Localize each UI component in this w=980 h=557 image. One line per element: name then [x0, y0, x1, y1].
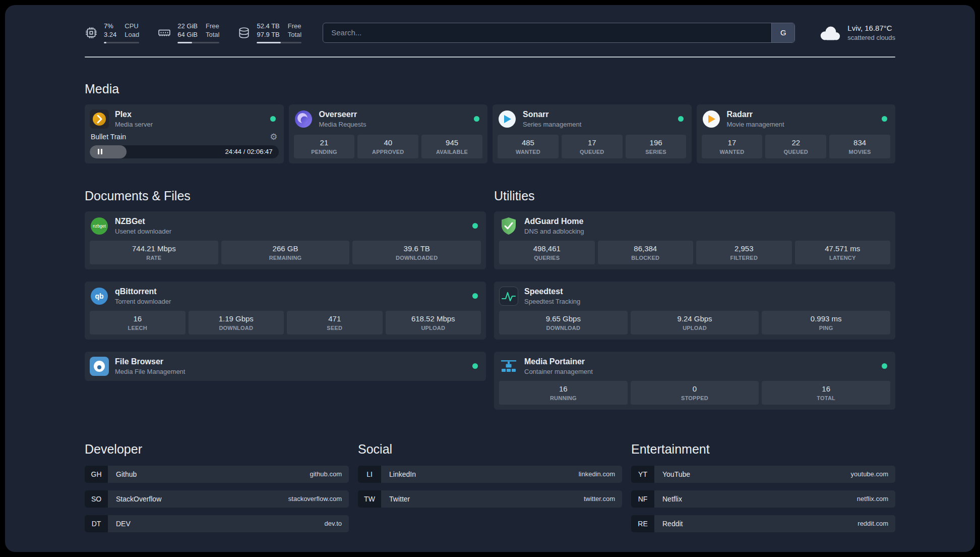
ram-icon: [157, 26, 171, 39]
service-card-plex[interactable]: Plex Media server Bullet Train ⚙ 24:44 /…: [85, 104, 284, 163]
portainer-title: Media Portainer: [524, 357, 876, 366]
section-title-documents: Documents & Files: [85, 189, 486, 203]
qbittorrent-title: qBittorrent: [115, 287, 466, 296]
radarr-title: Radarr: [727, 110, 876, 119]
overseerr-icon: [294, 109, 313, 129]
service-card-nzbget[interactable]: nzbget NZBGet Usenet downloader 74: [85, 211, 486, 269]
stat-box: 40 APPROVED: [357, 135, 418, 158]
utilities-section: Utilities AdGuard Home: [494, 164, 895, 410]
pause-icon[interactable]: [97, 149, 103, 154]
stat-box: 834 MOVIES: [829, 135, 890, 158]
cpu-chip-icon: [85, 26, 98, 39]
weather-widget[interactable]: Lviv, 16.87°C scattered clouds: [818, 24, 895, 41]
qbittorrent-subtitle: Torrent downloader: [115, 298, 466, 305]
search-input[interactable]: [323, 23, 771, 42]
stat-box: 498,461 QUERIES: [499, 241, 595, 264]
search-provider-button[interactable]: G: [771, 23, 794, 42]
cpu-label: CPU: [125, 22, 139, 31]
speedtest-title: Speedtest: [524, 287, 890, 296]
filebrowser-subtitle: Media File Management: [115, 368, 466, 375]
media-section: Plex Media server Bullet Train ⚙ 24:44 /…: [85, 104, 895, 163]
overseerr-status-dot: [474, 116, 479, 122]
sonarr-subtitle: Series management: [523, 121, 672, 128]
bookmark-url: netflix.com: [857, 495, 888, 503]
service-card-qbittorrent[interactable]: qb qBittorrent Torrent downloader: [85, 282, 486, 340]
portainer-subtitle: Container management: [524, 368, 876, 375]
sonarr-status-dot: [678, 116, 684, 122]
bookmark-youtube[interactable]: YT YouTube youtube.com: [631, 466, 895, 483]
stat-box: 16 TOTAL: [762, 381, 890, 405]
bookmark-stackoverflow[interactable]: SO StackOverflow stackoverflow.com: [85, 490, 349, 508]
resources-widget: 7% 3.24 CPU Load: [85, 22, 301, 43]
stat-box: 9.24 Gbps UPLOAD: [631, 311, 759, 335]
plex-status-dot: [270, 116, 276, 122]
service-card-adguard[interactable]: AdGuard Home DNS and adblocking 498,461 …: [494, 211, 895, 269]
service-card-overseerr[interactable]: Overseerr Media Requests 21 PENDING 40 A…: [289, 104, 488, 163]
stat-box: 21 PENDING: [294, 135, 355, 158]
disk-total-value: 97.9 TB: [257, 31, 279, 39]
service-card-speedtest[interactable]: Speedtest Speedtest Tracking 9.65 Gbps D…: [494, 282, 895, 340]
ram-free-label: Free: [206, 22, 219, 31]
bookmark-abbr: LI: [358, 466, 381, 483]
bookmark-github[interactable]: GH Github github.com: [85, 466, 349, 483]
stat-box: 0 STOPPED: [631, 381, 759, 405]
bookmarks-entertainment: Entertainment YT YouTube youtube.com NF …: [631, 442, 895, 540]
filebrowser-status-dot: [472, 363, 478, 369]
cloud-icon: [818, 25, 841, 41]
bookmarks-social: Social LI LinkedIn linkedin.com TW Twitt…: [358, 442, 622, 540]
disk-free-label: Free: [288, 22, 301, 31]
plex-progress-fill: [90, 145, 127, 158]
disk-total-label: Total: [288, 31, 301, 39]
bookmark-name: Twitter: [389, 495, 410, 503]
bookmark-url: reddit.com: [858, 520, 888, 527]
bookmark-dev[interactable]: DT DEV dev.to: [85, 515, 349, 532]
svg-text:qb: qb: [95, 292, 103, 300]
cpu-load-value: 3.24: [104, 31, 116, 39]
stat-box: 86,384 BLOCKED: [598, 241, 694, 264]
stat-box: 618.52 Mbps UPLOAD: [386, 311, 481, 335]
adguard-icon: [499, 216, 518, 236]
section-title-entertainment: Entertainment: [631, 442, 895, 457]
bookmark-name: YouTube: [662, 470, 690, 478]
service-card-portainer[interactable]: Media Portainer Container management 16 …: [494, 352, 895, 410]
stat-box: 2,953 FILTERED: [696, 241, 792, 264]
bookmark-abbr: SO: [85, 490, 108, 508]
service-card-filebrowser[interactable]: File Browser Media File Management: [85, 352, 486, 381]
bookmark-url: github.com: [310, 470, 342, 478]
bookmark-linkedin[interactable]: LI LinkedIn linkedin.com: [358, 466, 622, 483]
qbittorrent-icon: qb: [90, 287, 109, 306]
bookmark-netflix[interactable]: NF Netflix netflix.com: [631, 490, 895, 508]
bookmark-twitter[interactable]: TW Twitter twitter.com: [358, 490, 622, 508]
plex-subtitle: Media server: [115, 121, 264, 128]
stat-box: 485 WANTED: [498, 135, 559, 158]
filebrowser-title: File Browser: [115, 357, 466, 366]
bookmark-name: StackOverflow: [116, 495, 161, 503]
plex-player-bar[interactable]: 24:44 / 02:06:47: [90, 145, 279, 158]
bookmark-abbr: TW: [358, 490, 381, 508]
stat-box: 945 AVAILABLE: [421, 135, 482, 158]
bookmark-reddit[interactable]: RE Reddit reddit.com: [631, 515, 895, 532]
ram-total-label: Total: [206, 31, 219, 39]
disk-widget: 52.4 TB 97.9 TB Free Total: [237, 22, 301, 43]
ram-free-value: 22 GiB: [177, 22, 198, 31]
bookmark-abbr: DT: [85, 515, 108, 532]
disk-progress-bar: [257, 42, 301, 43]
stat-box: 17 WANTED: [702, 135, 763, 158]
plex-progress-time: 24:44 / 02:06:47: [225, 148, 273, 155]
service-card-radarr[interactable]: Radarr Movie management 17 WANTED 22 QUE…: [697, 104, 896, 163]
stat-box: 0.993 ms PING: [762, 311, 890, 335]
stat-box: 22 QUEUED: [765, 135, 826, 158]
bookmark-name: DEV: [116, 520, 131, 528]
radarr-subtitle: Movie management: [727, 121, 876, 128]
settings-gear-icon[interactable]: ⚙: [270, 133, 277, 141]
disk-icon: [237, 26, 251, 39]
disk-free-value: 52.4 TB: [257, 22, 279, 31]
section-title-social: Social: [358, 442, 622, 457]
nzbget-subtitle: Usenet downloader: [115, 228, 466, 235]
weather-location: Lviv, 16.87°C: [847, 24, 895, 32]
speedtest-icon: [499, 287, 518, 306]
stat-box: 39.6 TB DOWNLOADED: [352, 241, 481, 264]
service-card-sonarr[interactable]: Sonarr Series management 485 WANTED 17 Q…: [493, 104, 692, 163]
dashboard-window: 7% 3.24 CPU Load: [5, 5, 975, 552]
portainer-status-dot: [882, 363, 887, 369]
